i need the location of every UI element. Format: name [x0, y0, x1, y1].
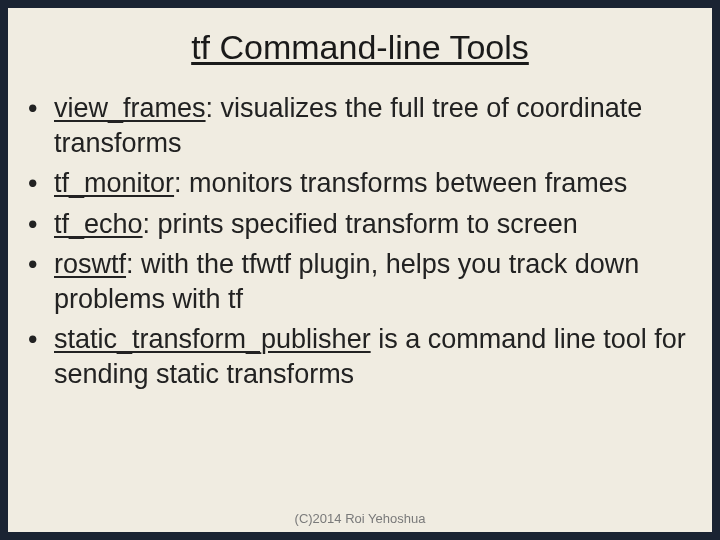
- command-desc: : prints specified transform to screen: [143, 209, 578, 239]
- command-name: view_frames: [54, 93, 206, 123]
- list-item: tf_monitor: monitors transforms between …: [54, 166, 694, 201]
- slide-content: view_frames: visualizes the full tree of…: [8, 91, 712, 391]
- command-name: tf_echo: [54, 209, 143, 239]
- bullet-list: view_frames: visualizes the full tree of…: [54, 91, 694, 391]
- list-item: roswtf: with the tfwtf plugin, helps you…: [54, 247, 694, 316]
- list-item: tf_echo: prints specified transform to s…: [54, 207, 694, 242]
- command-desc: : with the tfwtf plugin, helps you track…: [54, 249, 639, 314]
- footer-copyright: (C)2014 Roi Yehoshua: [8, 511, 712, 526]
- list-item: static_transform_publisher is a command …: [54, 322, 694, 391]
- command-name: tf_monitor: [54, 168, 174, 198]
- list-item: view_frames: visualizes the full tree of…: [54, 91, 694, 160]
- command-desc: : monitors transforms between frames: [174, 168, 627, 198]
- slide: tf Command-line Tools view_frames: visua…: [8, 8, 712, 532]
- slide-title: tf Command-line Tools: [8, 28, 712, 67]
- command-name: roswtf: [54, 249, 126, 279]
- command-name: static_transform_publisher: [54, 324, 371, 354]
